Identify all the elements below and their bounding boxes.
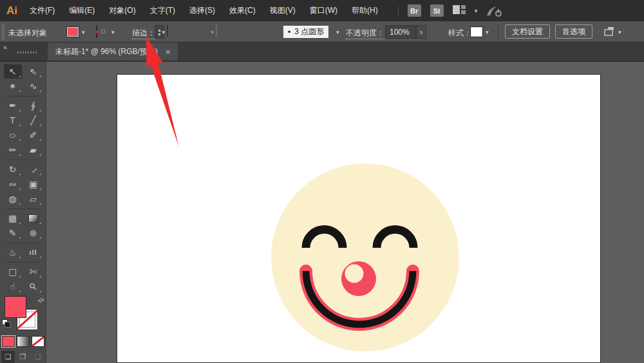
divider (5, 262, 41, 263)
opacity-input[interactable]: 100% (385, 25, 416, 39)
drawing-mode-buttons: ❏ ❐ ❑ (0, 351, 46, 363)
style-chevron-icon[interactable]: ▾ (486, 29, 489, 35)
gradient-tool[interactable] (24, 211, 43, 225)
stepper-down-icon[interactable]: ▾ (158, 32, 160, 37)
selection-status: 未选择对象 (8, 28, 47, 39)
artboard-tool[interactable]: ▢ (4, 265, 22, 279)
opacity-more-button[interactable]: › (416, 25, 426, 39)
stroke-color-swatch[interactable] (96, 26, 97, 38)
paint-style-buttons (0, 336, 46, 347)
collapse-panel-icon[interactable]: « (3, 43, 7, 51)
gradient-button[interactable] (17, 336, 30, 347)
curvature-tool[interactable]: ∮ (24, 98, 43, 113)
mesh-tool[interactable]: ▦ (4, 211, 22, 225)
menu-help[interactable]: 帮助(H) (348, 3, 381, 19)
fill-swatch-large[interactable] (5, 296, 26, 318)
preferences-button[interactable]: 首选项 (555, 24, 592, 39)
paintbrush-tool[interactable]: ✐ (24, 128, 43, 142)
panel-drag-handle[interactable] (2, 24, 5, 40)
gradient-icon (28, 214, 38, 223)
tools-panel: ↖ ⇖ ✶ ∿ ✒ ∮ T ╱ ○ ✐ ✏ ▰ (0, 62, 46, 363)
brush-chevron-icon[interactable]: ▾ (336, 29, 339, 35)
type-tool[interactable]: T (4, 113, 22, 127)
draw-behind-mode[interactable]: ❐ (16, 351, 30, 363)
rotate-tool[interactable]: ↻ (4, 162, 22, 176)
tools-panel-grip[interactable] (17, 51, 37, 53)
document-tab[interactable]: 未标题-1* @ 96% (RGB/预览) × (48, 42, 178, 60)
perspective-grid-tool[interactable]: ▱ (24, 192, 43, 206)
shape-builder-tool[interactable]: ◍ (4, 192, 22, 206)
document-setup-button[interactable]: 文档设置 (505, 24, 550, 39)
stroke-chevron-icon[interactable]: ▾ (111, 29, 115, 35)
line-segment-tool[interactable]: ╱ (24, 113, 43, 127)
artboard[interactable] (117, 74, 601, 363)
free-transform-tool[interactable]: ▣ (24, 177, 43, 191)
menu-view[interactable]: 视图(V) (267, 3, 299, 19)
divider (5, 160, 41, 160)
stroke-panel-link[interactable]: 描边： (132, 28, 155, 39)
chevron-down-icon[interactable]: ▾ (618, 29, 621, 35)
tools-list: ↖ ⇖ ✶ ∿ ✒ ∮ T ╱ ○ ✐ ✏ ▰ (0, 62, 46, 294)
default-fill-stroke-icon[interactable] (2, 319, 11, 328)
smiley-artwork[interactable] (117, 75, 601, 363)
swap-fill-stroke-icon[interactable]: ⇆ (36, 295, 46, 306)
menu-type[interactable]: 文字(T) (147, 3, 178, 19)
stroke-weight-dropdown[interactable]: ▾ (167, 24, 168, 37)
pencil-tool[interactable]: ✏ (4, 143, 22, 157)
menu-select[interactable]: 选择(S) (186, 3, 218, 19)
eyedropper-tool[interactable]: ✎ (4, 226, 22, 240)
brush-definition-dropdown[interactable]: • 3 点圆形 (283, 26, 328, 38)
scale-tool[interactable]: ↔ (24, 162, 43, 176)
selection-tool[interactable]: ↖ (4, 64, 22, 79)
slice-tool[interactable]: ✄ (24, 265, 43, 279)
control-bar: 未选择对象 ▾ ▾ 描边： ▴ ▾ ▾ ▾ • 3 点圆形 ▾ 不透明度： 10… (0, 21, 644, 42)
style-label: 样式： (448, 28, 471, 39)
blend-tool[interactable]: ⊛ (24, 226, 43, 240)
divider (5, 243, 41, 243)
direct-selection-tool[interactable]: ⇖ (24, 64, 43, 79)
symbol-sprayer-tool[interactable]: ♨ (4, 245, 22, 259)
brush-bullet: • (288, 28, 290, 37)
close-tab-icon[interactable]: × (166, 47, 171, 57)
workspace-layout-icon[interactable] (453, 5, 466, 17)
style-swatch[interactable] (470, 26, 483, 37)
magic-wand-tool[interactable]: ✶ (4, 79, 22, 93)
width-profile-dropdown[interactable]: ▾ (216, 24, 217, 37)
draw-normal-mode[interactable]: ❏ (1, 351, 15, 363)
menu-bar: Ai 文件(F) 编辑(E) 对象(O) 文字(T) 选择(S) 效果(C) 视… (0, 0, 644, 21)
pen-tool[interactable]: ✒ (4, 98, 22, 113)
divider (498, 24, 498, 39)
chevron-down-icon[interactable]: ▾ (475, 8, 478, 14)
divider (5, 209, 41, 209)
opacity-panel-link[interactable]: 不透明度： (346, 28, 384, 39)
stock-button[interactable]: St (430, 5, 444, 17)
zoom-tool[interactable]: ⚲ (24, 279, 43, 293)
width-tool[interactable]: ∾ (4, 177, 22, 191)
menu-edit[interactable]: 编辑(E) (66, 3, 98, 19)
sync-power-icon[interactable] (486, 5, 502, 17)
menu-file[interactable]: 文件(F) (26, 3, 58, 19)
ellipse-tool[interactable]: ○ (4, 128, 22, 142)
nose-highlight (345, 265, 364, 283)
chevron-down-icon: ▾ (162, 29, 165, 35)
draw-inside-mode[interactable]: ❑ (31, 351, 44, 363)
color-button[interactable] (2, 336, 15, 347)
bridge-button[interactable]: Br (408, 5, 421, 17)
pasteboard[interactable] (46, 62, 644, 363)
menu-bar-right: Br St ▾ (398, 5, 502, 17)
menu-window[interactable]: 窗口(W) (307, 3, 341, 19)
menu-object[interactable]: 对象(O) (106, 3, 138, 19)
lasso-tool[interactable]: ∿ (24, 79, 43, 93)
eraser-tool[interactable]: ▰ (24, 143, 43, 157)
fill-chevron-icon[interactable]: ▾ (82, 29, 85, 35)
power-icon (495, 10, 502, 17)
app-logo: Ai (6, 5, 17, 17)
hand-tool[interactable]: ☝ (4, 279, 22, 293)
control-panel-menu-icon[interactable] (604, 27, 615, 39)
none-button[interactable] (32, 336, 44, 347)
menu-items: 文件(F) 编辑(E) 对象(O) 文字(T) 选择(S) 效果(C) 视图(V… (26, 3, 381, 19)
column-graph-tool[interactable]: ıll (24, 245, 43, 259)
menu-effect[interactable]: 效果(C) (226, 3, 259, 19)
illustrator-window: Ai 文件(F) 编辑(E) 对象(O) 文字(T) 选择(S) 效果(C) 视… (0, 0, 644, 363)
fill-color-swatch[interactable] (66, 26, 79, 37)
